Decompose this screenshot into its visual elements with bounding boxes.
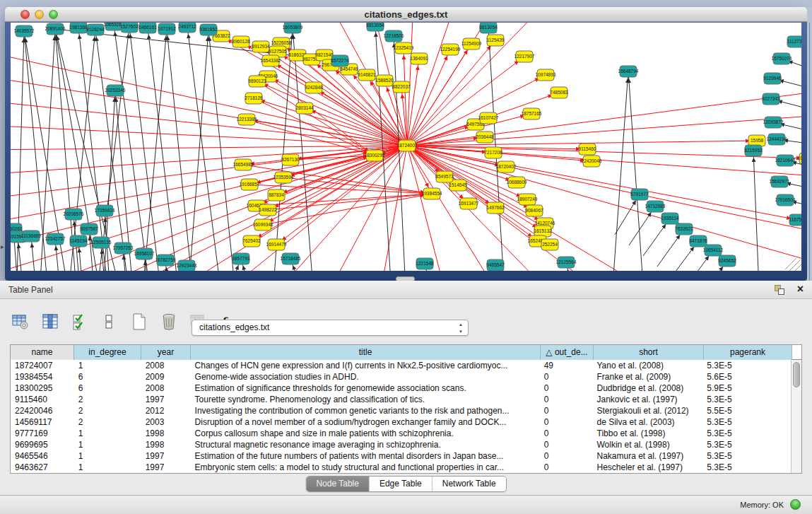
- graph-node[interactable]: 9115460: [579, 144, 596, 155]
- graph-node[interactable]: 8613054: [479, 23, 498, 33]
- graph-node[interactable]: 9857791: [232, 253, 250, 264]
- graph-node[interactable]: 18907249: [517, 194, 538, 205]
- table-row[interactable]: 946554611997Estimation of the future num…: [11, 450, 791, 462]
- column-header-pagerank[interactable]: pagerank: [704, 345, 792, 360]
- table-row[interactable]: 1938455462009Genome-wide association stu…: [11, 371, 791, 382]
- tab-network-table[interactable]: Network Table: [433, 477, 506, 491]
- graph-edge[interactable]: [167, 29, 194, 271]
- column-header-out_de[interactable]: △ out_de...: [541, 345, 594, 360]
- graph-edge[interactable]: [407, 146, 801, 176]
- graph-edge[interactable]: [628, 71, 645, 271]
- tab-node-table[interactable]: Node Table: [306, 477, 370, 491]
- graph-node[interactable]: 8128244: [86, 24, 105, 35]
- graph-node[interactable]: 9361852: [199, 24, 218, 35]
- graph-node[interactable]: 10688609: [507, 177, 527, 188]
- select-all-icon[interactable]: [69, 311, 90, 332]
- graph-node[interactable]: 10974893: [536, 69, 556, 81]
- graph-node[interactable]: 8267130: [281, 154, 300, 165]
- graph-node[interactable]: 9129946: [763, 73, 782, 84]
- graph-node[interactable]: 12213389: [237, 114, 257, 125]
- graph-node[interactable]: 12353594: [273, 172, 294, 183]
- graph-node[interactable]: 12254199: [440, 44, 461, 55]
- graph-edge[interactable]: [268, 76, 407, 146]
- graph-node[interactable]: 12125564: [556, 257, 577, 268]
- table-row[interactable]: 969969511998Structural magnetic resonanc…: [11, 439, 791, 450]
- graph-node[interactable]: 12093872: [763, 117, 784, 128]
- table-selector-dropdown[interactable]: citations_edges.txt ▲▼: [192, 320, 469, 336]
- tab-edge-table[interactable]: Edge Table: [370, 477, 433, 491]
- graph-node[interactable]: 11254909: [461, 38, 482, 49]
- graph-node[interactable]: 17957253: [113, 243, 134, 254]
- graph-node[interactable]: 8215953: [744, 145, 763, 156]
- graph-edge[interactable]: [11, 146, 407, 199]
- graph-node[interactable]: 19384554: [422, 188, 442, 199]
- table-row[interactable]: 2242004622012Investigating the contribut…: [11, 405, 791, 416]
- table-settings-icon[interactable]: [10, 311, 31, 332]
- graph-node[interactable]: 16099348: [253, 219, 273, 230]
- graph-node[interactable]: 1935114: [661, 213, 679, 224]
- panel-collapse-arrow[interactable]: ▸: [1, 243, 4, 250]
- graph-node[interactable]: 2803144: [295, 103, 314, 114]
- graph-node[interactable]: 16210643: [775, 155, 796, 166]
- graph-node[interactable]: 7485083: [550, 87, 568, 98]
- graph-node[interactable]: 887834: [268, 189, 285, 201]
- table-row[interactable]: 946362711997Embryonic stem cells: a mode…: [11, 462, 791, 473]
- graph-node[interactable]: 15692971: [770, 176, 790, 187]
- window-titlebar[interactable]: citations_edges.txt: [5, 7, 807, 22]
- graph-edge[interactable]: [129, 27, 163, 271]
- graph-node[interactable]: 20206576: [64, 209, 84, 220]
- new-table-icon[interactable]: [129, 311, 150, 332]
- graph-node[interactable]: 16913477: [459, 198, 479, 209]
- graph-node[interactable]: 11156869: [21, 230, 41, 242]
- graph-node[interactable]: 12217907: [514, 51, 535, 62]
- graph-node[interactable]: 9245652: [718, 255, 736, 267]
- graph-node[interactable]: 16543382: [261, 55, 281, 66]
- graph-edge[interactable]: [753, 151, 760, 271]
- show-column-icon[interactable]: [40, 311, 61, 332]
- graph-node[interactable]: 1167533: [789, 214, 801, 226]
- network-canvas[interactable]: 1872400718300295766382289601288912934152…: [11, 23, 801, 271]
- graph-node[interactable]: 16107427: [478, 112, 499, 124]
- graph-edge[interactable]: [407, 146, 449, 271]
- graph-node[interactable]: 1497662: [486, 202, 505, 214]
- graph-node[interactable]: 22420046: [582, 156, 602, 167]
- table-row[interactable]: 1830029562008Estimation of significance …: [11, 382, 791, 394]
- table-row[interactable]: 977716911998Corpus callosum shape and si…: [11, 428, 791, 439]
- graph-node[interactable]: 6791977: [630, 189, 649, 200]
- graph-edge[interactable]: [114, 25, 152, 271]
- graph-node[interactable]: 18724007: [397, 140, 418, 151]
- graph-edge[interactable]: [407, 23, 498, 146]
- graph-node[interactable]: 9084067: [525, 205, 543, 216]
- graph-edge[interactable]: [95, 30, 131, 271]
- scrollbar-thumb[interactable]: [793, 362, 800, 387]
- graph-node[interactable]: 19166857: [240, 179, 260, 190]
- graph-node[interactable]: 20891406: [45, 23, 66, 35]
- graph-node[interactable]: 8572274: [331, 55, 349, 66]
- graph-node[interactable]: 8471876: [689, 235, 707, 247]
- graph-node[interactable]: 8549573: [435, 171, 454, 182]
- graph-node[interactable]: 1527602: [120, 23, 139, 33]
- column-header-in_degree[interactable]: in_degree: [74, 345, 141, 360]
- graph-node[interactable]: 9242848: [305, 82, 323, 93]
- column-header-name[interactable]: name: [11, 345, 74, 360]
- graph-node[interactable]: 12325419: [394, 42, 414, 54]
- table-row[interactable]: 1456911722003Disruption of a novel membe…: [11, 416, 791, 428]
- graph-node[interactable]: 12218506: [384, 30, 404, 42]
- graph-node[interactable]: 1221548: [416, 258, 434, 269]
- graph-node[interactable]: 18720407: [496, 161, 517, 173]
- memory-status-indicator[interactable]: [790, 499, 801, 510]
- graph-edge[interactable]: [611, 71, 628, 271]
- graph-node[interactable]: 15718485: [281, 253, 301, 264]
- graph-node[interactable]: 7625402: [242, 235, 261, 247]
- graph-node[interactable]: 10993489: [798, 153, 801, 164]
- graph-node[interactable]: 20253346: [105, 85, 126, 96]
- graph-edge[interactable]: [89, 229, 95, 271]
- graph-node[interactable]: 16654985: [233, 159, 254, 170]
- float-window-icon[interactable]: [774, 284, 785, 296]
- graph-node[interactable]: 8912934: [252, 41, 270, 52]
- column-header-short[interactable]: short: [594, 345, 704, 360]
- graph-node[interactable]: 8822037: [392, 81, 411, 93]
- table-row[interactable]: 1872400712008Changes of HCN gene express…: [11, 360, 791, 371]
- graph-edge[interactable]: [249, 156, 375, 185]
- table-row[interactable]: 911546021997Tourette syndrome. Phenomeno…: [11, 394, 791, 405]
